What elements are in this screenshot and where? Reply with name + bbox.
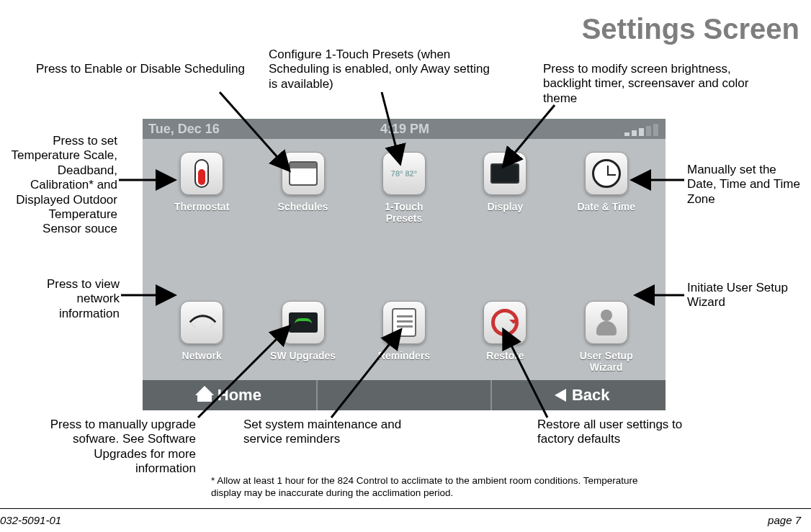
arrow-icon bbox=[0, 0, 811, 532]
document-number: 032-5091-01 bbox=[0, 514, 61, 526]
svg-line-8 bbox=[331, 331, 400, 418]
footnote: * Allow at least 1 hour for the 824 Cont… bbox=[211, 475, 653, 500]
svg-line-3 bbox=[504, 105, 555, 166]
footer-rule bbox=[0, 508, 811, 509]
svg-line-1 bbox=[220, 92, 288, 169]
svg-line-9 bbox=[504, 331, 547, 418]
page-number: page 7 bbox=[768, 514, 801, 526]
svg-line-2 bbox=[382, 92, 400, 162]
svg-line-7 bbox=[198, 328, 288, 418]
